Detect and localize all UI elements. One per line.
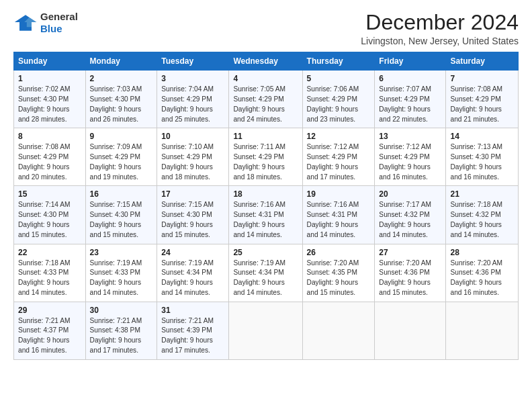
calendar-cell <box>302 302 375 359</box>
day-info: Sunrise: 7:20 AMSunset: 4:35 PMDaylight:… <box>307 259 371 298</box>
day-info: Sunrise: 7:14 AMSunset: 4:30 PMDaylight:… <box>18 200 81 240</box>
column-header-monday: Monday <box>85 52 157 71</box>
day-info: Sunrise: 7:05 AMSunset: 4:29 PMDaylight:… <box>233 85 298 124</box>
day-info: Sunrise: 7:16 AMSunset: 4:31 PMDaylight:… <box>233 200 298 240</box>
calendar-cell: 7 Sunrise: 7:08 AMSunset: 4:29 PMDayligh… <box>446 71 519 128</box>
calendar-week-row: 1 Sunrise: 7:02 AMSunset: 4:30 PMDayligh… <box>14 71 519 128</box>
calendar-cell: 21 Sunrise: 7:18 AMSunset: 4:32 PMDaylig… <box>446 186 519 244</box>
calendar-cell: 23 Sunrise: 7:19 AMSunset: 4:33 PMDaylig… <box>85 244 157 302</box>
day-info: Sunrise: 7:16 AMSunset: 4:31 PMDaylight:… <box>307 200 371 240</box>
day-info: Sunrise: 7:08 AMSunset: 4:29 PMDaylight:… <box>18 142 81 182</box>
day-number: 16 <box>90 189 153 199</box>
calendar-cell: 29 Sunrise: 7:21 AMSunset: 4:37 PMDaylig… <box>14 302 86 359</box>
day-number: 19 <box>307 189 371 199</box>
day-number: 31 <box>161 306 224 315</box>
day-number: 2 <box>90 74 153 83</box>
logo-text: General Blue <box>40 11 78 35</box>
day-info: Sunrise: 7:19 AMSunset: 4:34 PMDaylight:… <box>161 259 224 298</box>
day-number: 25 <box>233 248 298 257</box>
day-info: Sunrise: 7:21 AMSunset: 4:38 PMDaylight:… <box>90 316 153 356</box>
day-number: 22 <box>18 248 81 257</box>
day-info: Sunrise: 7:02 AMSunset: 4:30 PMDaylight:… <box>18 85 81 124</box>
day-info: Sunrise: 7:13 AMSunset: 4:30 PMDaylight:… <box>450 142 514 182</box>
day-number: 5 <box>307 74 371 83</box>
calendar-cell: 5 Sunrise: 7:06 AMSunset: 4:29 PMDayligh… <box>302 71 375 128</box>
calendar-cell: 22 Sunrise: 7:18 AMSunset: 4:33 PMDaylig… <box>14 244 86 302</box>
day-info: Sunrise: 7:17 AMSunset: 4:32 PMDaylight:… <box>379 200 441 240</box>
calendar-cell: 15 Sunrise: 7:14 AMSunset: 4:30 PMDaylig… <box>14 186 86 244</box>
location-title: Livingston, New Jersey, United States <box>361 36 519 46</box>
day-number: 24 <box>161 248 224 257</box>
day-info: Sunrise: 7:06 AMSunset: 4:29 PMDaylight:… <box>307 85 371 124</box>
column-header-sunday: Sunday <box>14 52 86 71</box>
day-number: 9 <box>90 132 153 141</box>
day-number: 11 <box>233 132 298 141</box>
day-info: Sunrise: 7:08 AMSunset: 4:29 PMDaylight:… <box>450 85 514 124</box>
calendar-cell: 28 Sunrise: 7:20 AMSunset: 4:36 PMDaylig… <box>446 244 519 302</box>
month-title: December 2024 <box>361 11 519 34</box>
day-number: 6 <box>379 74 441 83</box>
calendar-cell: 12 Sunrise: 7:12 AMSunset: 4:29 PMDaylig… <box>302 128 375 186</box>
calendar-cell: 13 Sunrise: 7:12 AMSunset: 4:29 PMDaylig… <box>375 128 446 186</box>
day-info: Sunrise: 7:10 AMSunset: 4:29 PMDaylight:… <box>161 142 224 182</box>
calendar-cell: 25 Sunrise: 7:19 AMSunset: 4:34 PMDaylig… <box>229 244 302 302</box>
day-info: Sunrise: 7:18 AMSunset: 4:32 PMDaylight:… <box>450 200 514 240</box>
calendar-cell: 3 Sunrise: 7:04 AMSunset: 4:29 PMDayligh… <box>157 71 229 128</box>
day-info: Sunrise: 7:15 AMSunset: 4:30 PMDaylight:… <box>90 200 153 240</box>
column-header-friday: Friday <box>375 52 446 71</box>
day-number: 12 <box>307 132 371 141</box>
calendar-cell: 19 Sunrise: 7:16 AMSunset: 4:31 PMDaylig… <box>302 186 375 244</box>
calendar-cell: 4 Sunrise: 7:05 AMSunset: 4:29 PMDayligh… <box>229 71 302 128</box>
day-info: Sunrise: 7:15 AMSunset: 4:30 PMDaylight:… <box>161 200 224 240</box>
day-number: 21 <box>450 189 514 199</box>
day-number: 29 <box>18 306 81 315</box>
calendar-cell: 16 Sunrise: 7:15 AMSunset: 4:30 PMDaylig… <box>85 186 157 244</box>
calendar-header-row: SundayMondayTuesdayWednesdayThursdayFrid… <box>14 52 519 71</box>
day-info: Sunrise: 7:20 AMSunset: 4:36 PMDaylight:… <box>450 259 514 298</box>
calendar-cell: 6 Sunrise: 7:07 AMSunset: 4:29 PMDayligh… <box>375 71 446 128</box>
calendar-table: SundayMondayTuesdayWednesdayThursdayFrid… <box>13 52 519 360</box>
day-number: 30 <box>90 306 153 315</box>
day-info: Sunrise: 7:12 AMSunset: 4:29 PMDaylight:… <box>307 142 371 182</box>
day-number: 20 <box>379 189 441 199</box>
calendar-week-row: 29 Sunrise: 7:21 AMSunset: 4:37 PMDaylig… <box>14 302 519 359</box>
calendar-cell: 8 Sunrise: 7:08 AMSunset: 4:29 PMDayligh… <box>14 128 86 186</box>
calendar-cell: 11 Sunrise: 7:11 AMSunset: 4:29 PMDaylig… <box>229 128 302 186</box>
day-info: Sunrise: 7:11 AMSunset: 4:29 PMDaylight:… <box>233 142 298 182</box>
day-number: 1 <box>18 74 81 83</box>
column-header-tuesday: Tuesday <box>157 52 229 71</box>
column-header-wednesday: Wednesday <box>229 52 302 71</box>
calendar-cell <box>229 302 302 359</box>
day-number: 7 <box>450 74 514 83</box>
day-number: 14 <box>450 132 514 141</box>
calendar-cell: 2 Sunrise: 7:03 AMSunset: 4:30 PMDayligh… <box>85 71 157 128</box>
calendar-cell: 27 Sunrise: 7:20 AMSunset: 4:36 PMDaylig… <box>375 244 446 302</box>
calendar-cell: 1 Sunrise: 7:02 AMSunset: 4:30 PMDayligh… <box>14 71 86 128</box>
logo-icon <box>13 13 38 32</box>
day-number: 27 <box>379 248 441 257</box>
day-info: Sunrise: 7:21 AMSunset: 4:37 PMDaylight:… <box>18 316 81 356</box>
day-number: 4 <box>233 74 298 83</box>
calendar-cell: 31 Sunrise: 7:21 AMSunset: 4:39 PMDaylig… <box>157 302 229 359</box>
calendar-cell <box>446 302 519 359</box>
calendar-cell: 24 Sunrise: 7:19 AMSunset: 4:34 PMDaylig… <box>157 244 229 302</box>
calendar-cell: 30 Sunrise: 7:21 AMSunset: 4:38 PMDaylig… <box>85 302 157 359</box>
calendar-cell <box>375 302 446 359</box>
column-header-saturday: Saturday <box>446 52 519 71</box>
title-block: December 2024 Livingston, New Jersey, Un… <box>361 11 519 46</box>
calendar-week-row: 22 Sunrise: 7:18 AMSunset: 4:33 PMDaylig… <box>14 244 519 302</box>
day-number: 8 <box>18 132 81 141</box>
day-info: Sunrise: 7:18 AMSunset: 4:33 PMDaylight:… <box>18 259 81 298</box>
day-info: Sunrise: 7:04 AMSunset: 4:29 PMDaylight:… <box>161 85 224 124</box>
calendar-cell: 10 Sunrise: 7:10 AMSunset: 4:29 PMDaylig… <box>157 128 229 186</box>
day-number: 13 <box>379 132 441 141</box>
day-info: Sunrise: 7:20 AMSunset: 4:36 PMDaylight:… <box>379 259 441 298</box>
day-number: 23 <box>90 248 153 257</box>
day-number: 18 <box>233 189 298 199</box>
calendar-cell: 26 Sunrise: 7:20 AMSunset: 4:35 PMDaylig… <box>302 244 375 302</box>
day-number: 15 <box>18 189 81 199</box>
day-info: Sunrise: 7:07 AMSunset: 4:29 PMDaylight:… <box>379 85 441 124</box>
calendar-cell: 18 Sunrise: 7:16 AMSunset: 4:31 PMDaylig… <box>229 186 302 244</box>
day-number: 28 <box>450 248 514 257</box>
day-number: 3 <box>161 74 224 83</box>
